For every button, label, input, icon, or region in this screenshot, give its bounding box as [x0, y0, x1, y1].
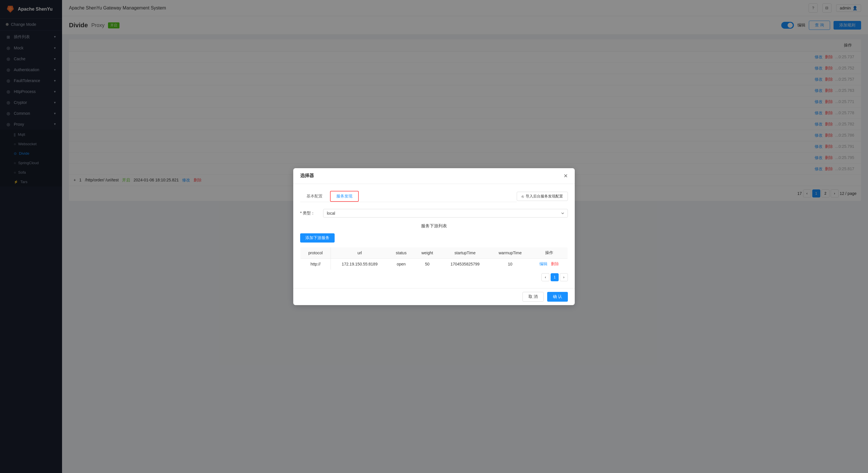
row-warmup-time: 10	[490, 258, 531, 270]
col-warmup-time: warmupTime	[490, 247, 531, 258]
tab-basic-label: 基本配置	[307, 194, 322, 198]
type-form-row: * 类型： local	[300, 209, 568, 217]
downstream-table-row: http:// 172.19.150.55:8189 open 50 17045…	[301, 258, 568, 270]
tab-basic-config[interactable]: 基本配置	[300, 191, 329, 202]
tab-service-discovery[interactable]: 服务发现	[330, 191, 359, 202]
type-label: * 类型：	[300, 211, 323, 216]
dialog-body: 基本配置 服务发现 ⎋ 导入后台服务发现配置 * 类型： local	[293, 184, 575, 288]
tab-discovery-label: 服务发现	[336, 194, 352, 198]
row-url: 172.19.150.55:8189	[331, 258, 388, 270]
col-url: url	[331, 247, 388, 258]
dpg-page1-btn[interactable]: 1	[551, 273, 559, 281]
dialog-title: 选择器	[300, 173, 314, 179]
confirm-button[interactable]: 确 认	[547, 292, 568, 302]
row-delete-link[interactable]: 删除	[551, 262, 559, 266]
add-downstream-button[interactable]: 添加下游服务	[300, 233, 335, 242]
import-button[interactable]: ⎋ 导入后台服务发现配置	[517, 192, 568, 201]
downstream-table-header: protocol url status weight startupTime w…	[301, 247, 568, 258]
cancel-button[interactable]: 取 消	[523, 292, 544, 302]
selector-dialog: 选择器 ✕ 基本配置 服务发现 ⎋ 导入后台服务发现配置	[293, 168, 575, 305]
col-protocol: protocol	[301, 247, 331, 258]
row-ops: 编辑 删除	[531, 258, 567, 270]
col-operation: 操作	[531, 247, 567, 258]
dpg-next-btn[interactable]: ›	[560, 273, 568, 281]
import-icon: ⎋	[522, 194, 524, 199]
dpg-prev-btn[interactable]: ‹	[541, 273, 550, 281]
row-weight: 50	[414, 258, 441, 270]
dialog-tabs-row: 基本配置 服务发现 ⎋ 导入后台服务发现配置	[300, 191, 568, 202]
import-label: 导入后台服务发现配置	[526, 194, 563, 199]
modal-overlay: 选择器 ✕ 基本配置 服务发现 ⎋ 导入后台服务发现配置	[0, 0, 868, 473]
downstream-section-title: 服务下游列表	[300, 223, 568, 229]
col-status: status	[388, 247, 414, 258]
col-weight: weight	[414, 247, 441, 258]
downstream-table: protocol url status weight startupTime w…	[300, 247, 568, 270]
type-select[interactable]: local	[323, 209, 568, 217]
row-protocol: http://	[301, 258, 331, 270]
row-startup-time: 1704535825799	[441, 258, 490, 270]
row-edit-link[interactable]: 编辑	[539, 262, 548, 266]
dialog-close-button[interactable]: ✕	[563, 173, 568, 179]
dialog-pagination: ‹ 1 ›	[300, 273, 568, 281]
row-status: open	[388, 258, 414, 270]
dialog-tabs: 基本配置 服务发现	[300, 191, 517, 202]
col-startup-time: startupTime	[441, 247, 490, 258]
dialog-footer: 取 消 确 认	[293, 288, 575, 305]
dialog-header: 选择器 ✕	[293, 168, 575, 184]
